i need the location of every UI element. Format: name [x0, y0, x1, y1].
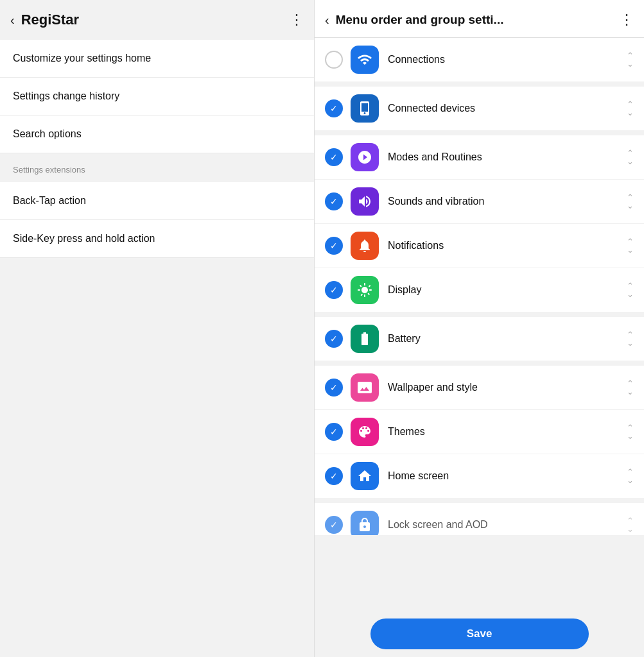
icon-modes	[351, 143, 379, 171]
item-notifications[interactable]: ✓ Notifications ⌃ ⌄	[315, 224, 644, 268]
reorder-modes[interactable]: ⌃ ⌄	[627, 149, 634, 166]
reorder-wallpaper[interactable]: ⌃ ⌄	[627, 379, 634, 396]
right-header: ‹ Menu order and group setti... ⋮	[315, 0, 644, 38]
left-panel: ‹ RegiStar ⋮ Customize your settings hom…	[0, 0, 315, 657]
left-item-back-tap[interactable]: Back-Tap action	[0, 182, 314, 220]
label-battery: Battery	[388, 333, 627, 345]
settings-list: Connections ⌃ ⌄ ✓ Connected devices ⌃	[315, 38, 644, 657]
item-connections[interactable]: Connections ⌃ ⌄	[315, 38, 644, 81]
label-sounds: Sounds and vibration	[388, 196, 627, 207]
reorder-themes[interactable]: ⌃ ⌄	[627, 423, 634, 440]
group-connections: Connections ⌃ ⌄	[315, 38, 644, 81]
check-modes[interactable]: ✓	[325, 148, 343, 166]
label-display: Display	[388, 284, 627, 296]
icon-battery	[351, 325, 379, 353]
item-wallpaper[interactable]: ✓ Wallpaper and style ⌃ ⌄	[315, 366, 644, 410]
item-themes[interactable]: ✓ Themes ⌃ ⌄	[315, 410, 644, 454]
save-bar: Save	[315, 611, 644, 657]
right-more-button[interactable]: ⋮	[620, 12, 634, 28]
check-home-screen[interactable]: ✓	[325, 467, 343, 485]
reorder-connections[interactable]: ⌃ ⌄	[627, 51, 634, 68]
right-back-button[interactable]: ‹	[325, 13, 329, 28]
save-button[interactable]: Save	[370, 619, 589, 649]
icon-wallpaper	[351, 373, 379, 402]
check-display[interactable]: ✓	[325, 281, 343, 299]
icon-lock	[351, 511, 379, 535]
reorder-lock[interactable]: ⌃ ⌄	[627, 516, 634, 533]
left-item-history[interactable]: Settings change history	[0, 78, 314, 115]
group-connected-devices: ✓ Connected devices ⌃ ⌄	[315, 87, 644, 130]
left-item-customize[interactable]: Customize your settings home	[0, 40, 314, 78]
left-item-search[interactable]: Search options	[0, 115, 314, 153]
item-lock[interactable]: ✓ Lock screen and AOD ⌃ ⌄	[315, 503, 644, 535]
icon-home-screen	[351, 462, 379, 490]
label-wallpaper: Wallpaper and style	[388, 382, 627, 393]
check-themes[interactable]: ✓	[325, 423, 343, 441]
item-display[interactable]: ✓ Display ⌃ ⌄	[315, 268, 644, 312]
icon-connections	[351, 46, 379, 74]
check-connections[interactable]	[325, 51, 343, 69]
icon-display	[351, 276, 379, 304]
item-battery[interactable]: ✓ Battery ⌃ ⌄	[315, 317, 644, 361]
left-header-left: ‹ RegiStar	[10, 12, 79, 28]
icon-sounds	[351, 187, 379, 216]
item-sounds[interactable]: ✓ Sounds and vibration ⌃ ⌄	[315, 180, 644, 224]
reorder-notifications[interactable]: ⌃ ⌄	[627, 237, 634, 254]
group-main: ✓ Modes and Routines ⌃ ⌄ ✓	[315, 135, 644, 312]
label-home-screen: Home screen	[388, 470, 627, 482]
check-wallpaper[interactable]: ✓	[325, 379, 343, 397]
icon-notifications	[351, 232, 379, 260]
label-lock: Lock screen and AOD	[388, 519, 627, 531]
reorder-display[interactable]: ⌃ ⌄	[627, 282, 634, 298]
right-panel: ‹ Menu order and group setti... ⋮ Connec…	[315, 0, 644, 657]
left-more-button[interactable]: ⋮	[290, 12, 304, 28]
group-battery: ✓ Battery ⌃ ⌄	[315, 317, 644, 361]
item-modes[interactable]: ✓ Modes and Routines ⌃ ⌄	[315, 135, 644, 180]
group-lock: ✓ Lock screen and AOD ⌃ ⌄	[315, 503, 644, 535]
label-modes: Modes and Routines	[388, 151, 627, 163]
check-battery[interactable]: ✓	[325, 330, 343, 348]
group-appearance: ✓ Wallpaper and style ⌃ ⌄ ✓	[315, 366, 644, 498]
left-header: ‹ RegiStar ⋮	[0, 0, 314, 37]
label-connected-devices: Connected devices	[388, 103, 627, 114]
check-notifications[interactable]: ✓	[325, 237, 343, 255]
right-header-left: ‹ Menu order and group setti...	[325, 13, 503, 28]
reorder-battery[interactable]: ⌃ ⌄	[627, 330, 634, 347]
right-title: Menu order and group setti...	[336, 13, 504, 27]
label-notifications: Notifications	[388, 240, 627, 252]
reorder-sounds[interactable]: ⌃ ⌄	[627, 193, 634, 210]
item-home-screen[interactable]: ✓ Home screen ⌃ ⌄	[315, 454, 644, 498]
label-connections: Connections	[388, 54, 627, 65]
check-lock[interactable]: ✓	[325, 516, 343, 534]
left-menu-list: Customize your settings home Settings ch…	[0, 40, 314, 153]
check-connected-devices[interactable]: ✓	[325, 99, 343, 117]
left-back-button[interactable]: ‹	[10, 13, 15, 28]
left-item-side-key[interactable]: Side-Key press and hold action	[0, 220, 314, 258]
icon-themes	[351, 418, 379, 446]
reorder-home-screen[interactable]: ⌃ ⌄	[627, 468, 634, 484]
label-themes: Themes	[388, 426, 627, 438]
check-sounds[interactable]: ✓	[325, 192, 343, 210]
settings-extensions-label: Settings extensions	[0, 157, 314, 180]
reorder-connected-devices[interactable]: ⌃ ⌄	[627, 100, 634, 117]
item-connected-devices[interactable]: ✓ Connected devices ⌃ ⌄	[315, 87, 644, 130]
icon-connected-devices	[351, 94, 379, 123]
left-title: RegiStar	[21, 12, 79, 28]
left-ext-list: Back-Tap action Side-Key press and hold …	[0, 182, 314, 258]
